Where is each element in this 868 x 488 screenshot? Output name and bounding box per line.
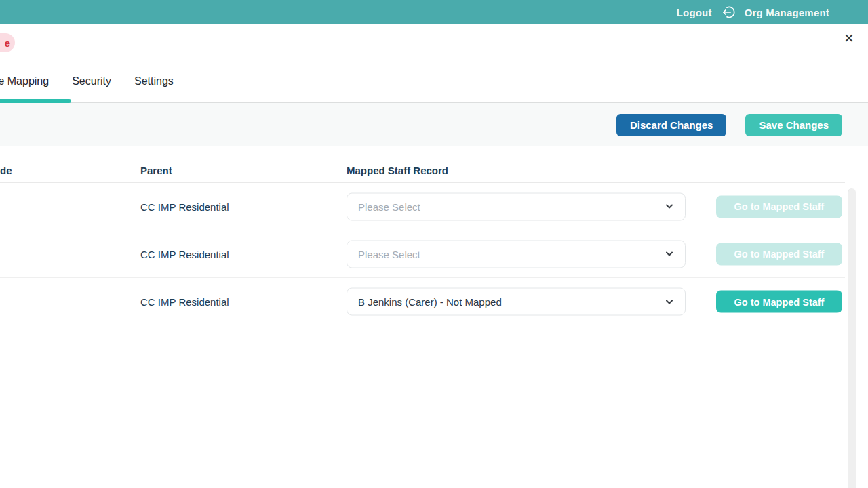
- logout-button[interactable]: Logout: [677, 7, 712, 18]
- parent-cell: CC IMP Residential: [140, 248, 229, 260]
- action-bar: Discard Changes Save Changes: [0, 103, 868, 146]
- active-tab-indicator: [0, 99, 71, 103]
- column-header-code: de: [0, 165, 12, 176]
- top-app-bar: Logout Org Management: [0, 0, 868, 24]
- org-management-button[interactable]: Org Management: [745, 7, 829, 18]
- mapping-table: de Parent Mapped Staff Record CC IMP Res…: [0, 146, 845, 325]
- logout-icon[interactable]: [722, 5, 735, 19]
- table-header-row: de Parent Mapped Staff Record: [0, 146, 845, 183]
- go-to-mapped-staff-button[interactable]: Go to Mapped Staff: [716, 291, 842, 313]
- tab-bar: te Mapping Security Settings: [0, 61, 868, 103]
- chevron-down-icon: [664, 296, 675, 307]
- status-badge-label: e: [5, 37, 10, 49]
- status-badge: e: [0, 33, 15, 52]
- modal-header: e ✕: [0, 24, 868, 61]
- vertical-scrollbar[interactable]: [848, 188, 856, 488]
- go-to-mapped-staff-button: Go to Mapped Staff: [716, 243, 842, 265]
- close-icon[interactable]: ✕: [844, 32, 854, 45]
- column-header-mapped-staff-record: Mapped Staff Record: [347, 165, 448, 176]
- discard-changes-button[interactable]: Discard Changes: [616, 114, 727, 136]
- select-value: Please Select: [358, 201, 420, 212]
- mapped-staff-select[interactable]: B Jenkins (Carer) - Not Mapped: [347, 288, 686, 316]
- table-row: CC IMP Residential Please Select Go to M…: [0, 183, 845, 230]
- table-row: CC IMP Residential B Jenkins (Carer) - N…: [0, 278, 845, 325]
- column-header-parent: Parent: [140, 165, 172, 176]
- select-value: B Jenkins (Carer) - Not Mapped: [358, 296, 502, 308]
- tab-settings[interactable]: Settings: [134, 75, 174, 87]
- select-value: Please Select: [358, 248, 420, 260]
- table-row: CC IMP Residential Please Select Go to M…: [0, 230, 845, 278]
- parent-cell: CC IMP Residential: [140, 296, 229, 308]
- chevron-down-icon: [664, 201, 675, 212]
- parent-cell: CC IMP Residential: [140, 201, 229, 212]
- tab-mapping[interactable]: te Mapping: [0, 75, 49, 87]
- apps-grid-icon[interactable]: [839, 6, 852, 19]
- go-to-mapped-staff-button: Go to Mapped Staff: [716, 195, 842, 218]
- chevron-down-icon: [664, 249, 675, 260]
- save-changes-button[interactable]: Save Changes: [745, 114, 842, 136]
- mapped-staff-select[interactable]: Please Select: [347, 240, 686, 268]
- tab-security[interactable]: Security: [72, 75, 111, 87]
- mapped-staff-select[interactable]: Please Select: [347, 192, 686, 220]
